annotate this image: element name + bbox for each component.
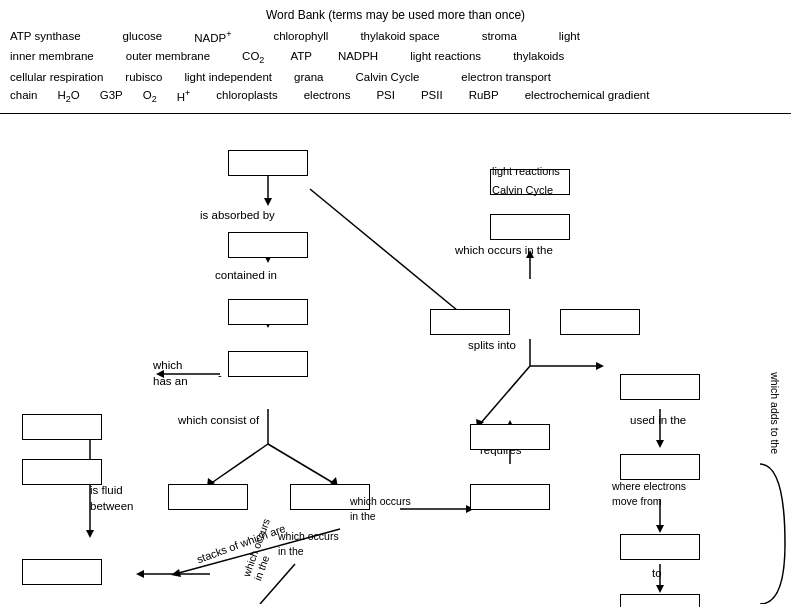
svg-marker-31 [656,525,664,533]
box-middle-far-right[interactable] [470,484,550,510]
word-bank-row-4: chain H2O G3P O2 H+ chloroplasts electro… [10,86,781,107]
label-to: to [652,567,662,579]
label-dash1: - [218,369,222,381]
label-which-occurs-middle: which occursin the [350,494,411,523]
label-is-fluid-between: is fluidbetween [90,482,133,514]
label-which-occurs-right-top: which occurs in the [455,244,553,256]
box-chlorophyll[interactable] [228,232,308,258]
label-which-adds-to-the: which adds to the [769,372,781,454]
word-bank-row-1: ATP synthase glucose NADP+ chlorophyll t… [10,27,781,47]
label-contained-in: contained in [215,269,277,281]
box-far-right-middle[interactable] [620,454,700,480]
box-process-middle[interactable] [470,424,550,450]
box-consist-left[interactable] [168,484,248,510]
svg-line-34 [210,444,268,484]
label-which-occurs-bottom-left: which occursin the [278,529,339,558]
svg-line-15 [310,189,480,329]
label-calvin-cycle: Calvin Cycle [492,184,553,196]
svg-marker-21 [596,362,604,370]
box-right-top[interactable] [490,214,570,240]
label-light-reactions: light reactions [492,165,560,177]
label-which-consist-of: which consist of [178,414,259,426]
label-used-in-the: used in the [630,414,686,426]
box-far-right-top[interactable] [620,374,700,400]
word-bank-title: Word Bank (terms may be used more than o… [10,6,781,25]
word-bank-row-2: inner membrane outer membrane CO2 ATP NA… [10,47,781,68]
svg-marker-1 [264,198,272,206]
svg-marker-29 [656,440,664,448]
label-where-electrons: where electronsmove from [612,479,686,508]
box-splits-left[interactable] [430,309,510,335]
svg-marker-14 [136,570,144,578]
diagram: is absorbed by contained in whichhas an … [0,114,791,604]
svg-line-22 [480,366,530,424]
box-bottom-left[interactable] [22,559,102,585]
word-bank: Word Bank (terms may be used more than o… [0,0,791,114]
svg-marker-40 [171,569,181,577]
label-which-occurs-diagonal: which occursin the [240,517,283,582]
box-inner-membrane[interactable] [228,351,308,377]
box-chloroplast[interactable] [228,299,308,325]
box-left-1[interactable] [22,414,102,440]
box-light[interactable] [228,150,308,176]
label-which-has-an: whichhas an [153,357,188,389]
label-is-absorbed-by: is absorbed by [200,209,275,221]
box-far-right-bottom[interactable] [620,594,700,607]
box-far-right-lower[interactable] [620,534,700,560]
label-splits-into: splits into [468,339,516,351]
svg-marker-33 [656,585,664,593]
svg-marker-12 [86,530,94,538]
box-splits-right[interactable] [560,309,640,335]
word-bank-row-3: cellular respiration rubisco light indep… [10,68,781,86]
arrows-svg [0,114,791,604]
svg-line-36 [268,444,335,484]
